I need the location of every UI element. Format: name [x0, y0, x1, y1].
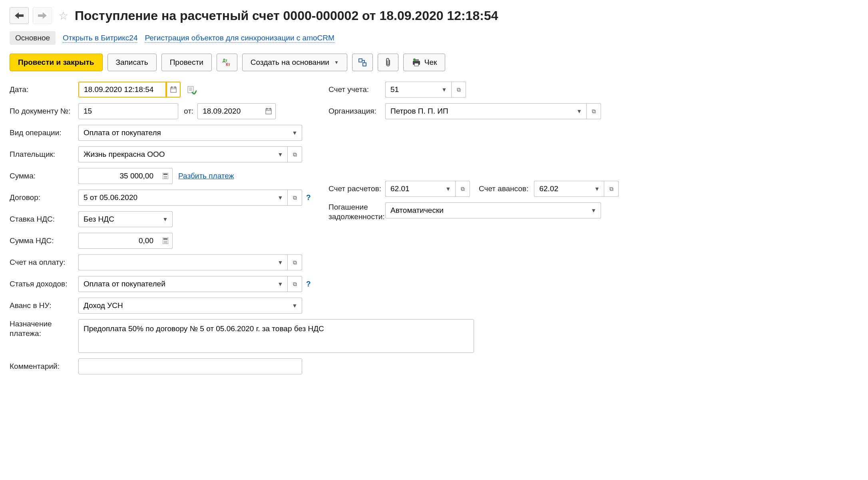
contract-dropdown-button[interactable]: ▼ — [273, 190, 288, 206]
svg-point-23 — [165, 176, 166, 177]
invoice-dropdown-button[interactable]: ▼ — [273, 254, 288, 270]
advance-nu-field[interactable] — [83, 301, 284, 310]
posted-status-icon — [187, 85, 197, 94]
open-external-icon: ⧉ — [293, 194, 297, 201]
vat-calculator-button[interactable] — [158, 233, 173, 249]
open-external-icon: ⧉ — [293, 259, 297, 266]
cheque-button[interactable]: Чек — [403, 54, 446, 71]
open-external-icon: ⧉ — [293, 281, 297, 288]
sum-field[interactable] — [83, 171, 154, 181]
doc-no-label: По документу №: — [10, 107, 78, 116]
invoice-field[interactable] — [83, 258, 269, 267]
income-item-help-icon[interactable]: ? — [306, 280, 311, 288]
nav-back-button[interactable] — [10, 7, 29, 24]
vat-rate-label: Ставка НДС: — [10, 215, 78, 224]
chevron-down-icon: ▼ — [577, 108, 582, 114]
purpose-field-wrap — [78, 319, 474, 353]
doc-date-picker-button[interactable] — [261, 103, 276, 119]
advance-acc-open-button[interactable]: ⧉ — [604, 181, 619, 197]
contract-field[interactable] — [83, 193, 269, 202]
payer-dropdown-button[interactable]: ▼ — [273, 146, 288, 162]
tab-main[interactable]: Основное — [10, 31, 56, 45]
op-type-dropdown-button[interactable]: ▼ — [288, 125, 302, 141]
settle-acc-field[interactable] — [390, 184, 437, 194]
chevron-down-icon: ▼ — [446, 186, 451, 192]
create-based-on-button[interactable]: Создать на основании ▼ — [242, 54, 347, 71]
debt-repay-field[interactable] — [390, 206, 583, 215]
vat-rate-field[interactable] — [83, 214, 154, 224]
doc-date-field[interactable] — [202, 106, 257, 116]
payer-open-button[interactable]: ⧉ — [288, 146, 302, 162]
account-open-button[interactable]: ⧉ — [452, 82, 466, 98]
dt-kt-icon: Дт Кт — [223, 58, 231, 67]
attachments-button[interactable] — [378, 54, 398, 71]
svg-rect-6 — [414, 63, 418, 66]
org-open-button[interactable]: ⧉ — [587, 103, 601, 119]
vat-rate-dropdown-button[interactable]: ▼ — [158, 211, 173, 227]
calculator-button[interactable] — [158, 168, 173, 184]
income-item-dropdown-button[interactable]: ▼ — [273, 276, 288, 292]
doc-no-field[interactable] — [83, 106, 174, 116]
payer-field[interactable] — [83, 150, 269, 159]
advance-acc-dropdown-button[interactable]: ▼ — [590, 181, 604, 197]
date-picker-button[interactable] — [166, 82, 181, 98]
op-type-field[interactable] — [83, 128, 284, 138]
advance-nu-dropdown-button[interactable]: ▼ — [288, 298, 302, 314]
post-and-close-button[interactable]: Провести и закрыть — [10, 54, 103, 71]
chevron-down-icon: ▼ — [594, 186, 600, 192]
account-field[interactable] — [390, 85, 433, 94]
chevron-down-icon: ▼ — [292, 130, 298, 136]
account-dropdown-button[interactable]: ▼ — [437, 82, 452, 98]
svg-point-27 — [166, 178, 167, 178]
page-title: Поступление на расчетный счет 0000-00000… — [75, 8, 498, 23]
split-payment-link[interactable]: Разбить платеж — [178, 172, 234, 180]
debit-credit-button[interactable]: Дт Кт — [217, 54, 237, 71]
comment-label: Комментарий: — [10, 362, 78, 371]
contract-help-icon[interactable]: ? — [306, 193, 311, 202]
favorite-star-icon[interactable]: ☆ — [58, 9, 68, 22]
settle-acc-dropdown-button[interactable]: ▼ — [441, 181, 456, 197]
org-dropdown-button[interactable]: ▼ — [572, 103, 587, 119]
invoice-label: Счет на оплату: — [10, 258, 78, 267]
chevron-down-icon: ▼ — [278, 151, 283, 158]
contract-label: Договор: — [10, 193, 78, 202]
debt-repay-dropdown-button[interactable]: ▼ — [587, 202, 601, 218]
svg-text:Кт: Кт — [226, 62, 230, 67]
debt-repay-label: Погашение задолженности: — [321, 202, 385, 222]
tab-amocrm-link[interactable]: Регистрация объектов для синхронизации с… — [145, 34, 334, 43]
calendar-icon — [265, 108, 272, 114]
tab-bitrix-link[interactable]: Открыть в Битрикс24 — [63, 34, 137, 43]
org-field[interactable] — [390, 106, 568, 116]
sum-label: Сумма: — [10, 172, 78, 180]
open-external-icon: ⧉ — [293, 151, 297, 158]
purpose-label: Назначение платежа: — [10, 319, 78, 338]
svg-point-22 — [164, 176, 165, 177]
svg-rect-2 — [359, 59, 362, 62]
account-label: Счет учета: — [321, 85, 385, 94]
date-field[interactable] — [83, 85, 161, 94]
income-item-field[interactable] — [83, 279, 269, 289]
svg-point-31 — [165, 241, 166, 242]
svg-point-32 — [166, 241, 167, 242]
contract-open-button[interactable]: ⧉ — [288, 190, 302, 206]
post-button[interactable]: Провести — [161, 54, 212, 71]
income-item-open-button[interactable]: ⧉ — [288, 276, 302, 292]
advance-acc-field[interactable] — [538, 184, 586, 194]
svg-rect-12 — [188, 86, 193, 93]
save-button[interactable]: Записать — [108, 54, 157, 71]
invoice-open-button[interactable]: ⧉ — [288, 254, 302, 270]
vat-sum-field[interactable] — [83, 236, 154, 246]
chevron-down-icon: ▼ — [163, 216, 168, 222]
comment-field[interactable] — [83, 362, 298, 371]
structure-button[interactable] — [352, 54, 373, 71]
svg-point-26 — [165, 178, 166, 178]
purpose-field[interactable] — [83, 324, 470, 348]
calculator-icon — [163, 173, 168, 179]
settle-acc-open-button[interactable]: ⧉ — [456, 181, 470, 197]
doc-from-label: от: — [184, 107, 193, 116]
open-external-icon: ⧉ — [461, 186, 465, 192]
org-label: Организация: — [321, 107, 385, 116]
svg-point-33 — [164, 242, 165, 243]
nav-forward-button[interactable] — [33, 7, 52, 24]
vat-sum-label: Сумма НДС: — [10, 236, 78, 245]
